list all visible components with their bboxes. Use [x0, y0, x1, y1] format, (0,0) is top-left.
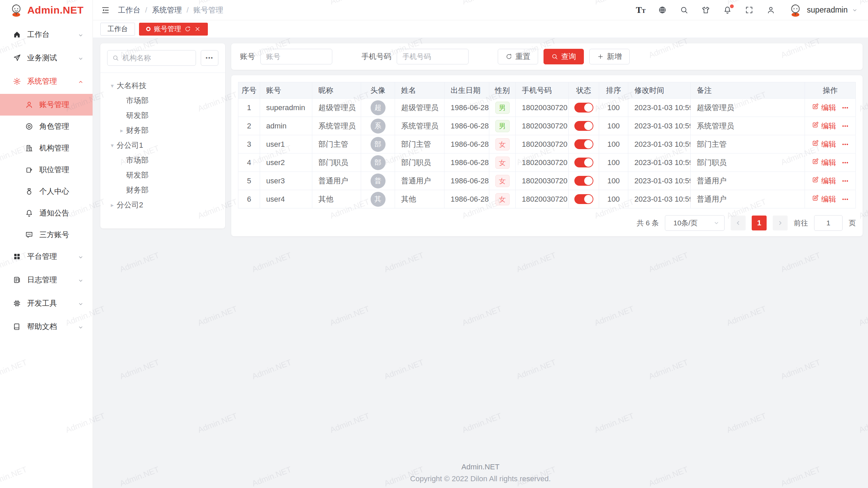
breadcrumb-item-系统管理[interactable]: 系统管理 — [152, 5, 182, 15]
row-more-button[interactable]: ••• — [842, 141, 849, 147]
phone-input[interactable] — [397, 49, 469, 64]
org-search-box — [107, 50, 196, 66]
column-header-出生日期: 出生日期 — [445, 82, 489, 99]
status-toggle[interactable] — [574, 103, 593, 113]
row-more-button[interactable]: ••• — [842, 105, 849, 110]
cpu-icon — [13, 299, 22, 308]
edit-button[interactable]: 编辑 — [812, 139, 836, 149]
gender-badge: 女 — [495, 157, 510, 169]
sidebar-item-系统管理[interactable]: 系统管理 — [0, 70, 93, 92]
logo[interactable]: Admin.NET — [0, 0, 93, 20]
sidebar-subitem-账号管理[interactable]: 账号管理 — [0, 94, 93, 116]
status-toggle[interactable] — [574, 158, 593, 167]
tab-账号管理[interactable]: 账号管理 — [139, 23, 208, 36]
sidebar-subitem-机构管理[interactable]: 机构管理 — [0, 137, 93, 159]
sidebar-subitem-职位管理[interactable]: 职位管理 — [0, 159, 93, 181]
chat-icon — [25, 230, 34, 239]
row-more-button[interactable]: ••• — [842, 196, 849, 202]
edit-button[interactable]: 编辑 — [812, 121, 836, 131]
status-toggle[interactable] — [574, 121, 593, 131]
avatar: 其 — [371, 192, 386, 207]
cell-modified: 2023-01-03 10:59:44 — [628, 154, 691, 172]
menu-fold-icon[interactable] — [101, 5, 111, 15]
reset-button[interactable]: 重置 — [498, 49, 538, 64]
column-header-状态: 状态 — [569, 82, 599, 99]
sidebar-item-label: 系统管理 — [27, 76, 78, 86]
status-toggle[interactable] — [574, 139, 593, 149]
status-toggle[interactable] — [574, 176, 593, 186]
page-size-select[interactable]: 10条/页 — [665, 215, 725, 231]
chevron-down-icon — [78, 55, 84, 61]
sidebar-item-开发工具[interactable]: 开发工具 — [0, 292, 93, 314]
sidebar-subitem-三方账号[interactable]: 三方账号 — [0, 224, 93, 246]
sidebar-item-label: 平台管理 — [27, 251, 78, 262]
org-search-input[interactable] — [122, 54, 191, 62]
edit-button[interactable]: 编辑 — [812, 194, 836, 204]
page-number-1[interactable]: 1 — [752, 216, 767, 230]
cell-actions: 编辑••• — [805, 154, 856, 172]
status-toggle[interactable] — [574, 194, 593, 204]
sidebar-item-工作台[interactable]: 工作台 — [0, 24, 93, 45]
prev-page-button[interactable] — [731, 216, 746, 230]
sidebar-subitem-个人中心[interactable]: 个人中心 — [0, 181, 93, 202]
row-more-button[interactable]: ••• — [842, 178, 849, 184]
tab-工作台[interactable]: 工作台 — [100, 23, 135, 36]
row-more-button[interactable]: ••• — [842, 123, 849, 129]
tree-node-大名科技[interactable]: ▾大名科技 — [100, 78, 225, 93]
tree-caret-icon[interactable]: ▸ — [117, 127, 126, 134]
cell-modified: 2023-01-03 10:59:44 — [628, 190, 691, 208]
footer: Admin.NET Copyright © 2022 Dilon All rig… — [93, 463, 868, 483]
sidebar-item-平台管理[interactable]: 平台管理 — [0, 246, 93, 267]
tree-caret-icon[interactable]: ▾ — [108, 142, 117, 149]
tree-node-市场部[interactable]: 市场部 — [100, 93, 225, 108]
pagination-total: 共 6 条 — [637, 218, 659, 228]
language-icon[interactable] — [658, 5, 667, 15]
fullscreen-icon[interactable] — [745, 5, 754, 15]
cell-name: 部门主管 — [395, 135, 445, 154]
cell-seq: 5 — [238, 172, 260, 190]
column-header-昵称: 昵称 — [312, 82, 361, 99]
sidebar-item-label: 帮助文档 — [27, 322, 78, 332]
row-more-button[interactable]: ••• — [842, 160, 849, 165]
tree-node-财务部[interactable]: 财务部 — [100, 183, 225, 198]
tree-node-市场部[interactable]: 市场部 — [100, 153, 225, 168]
account-input[interactable] — [260, 49, 332, 64]
tree-node-分公司2[interactable]: ▸分公司2 — [100, 198, 225, 212]
tree-node-研发部[interactable]: 研发部 — [100, 108, 225, 123]
tree-node-label: 分公司2 — [117, 200, 143, 210]
edit-button[interactable]: 编辑 — [812, 158, 836, 168]
tree-node-财务部[interactable]: ▸财务部 — [100, 123, 225, 138]
tab-refresh-icon[interactable] — [184, 26, 191, 32]
query-button[interactable]: 查询 — [544, 49, 584, 64]
sidebar: Admin.NET 工作台业务测试系统管理账号管理角色管理机构管理职位管理个人中… — [0, 0, 93, 488]
sidebar-item-业务测试[interactable]: 业务测试 — [0, 47, 93, 69]
breadcrumb-item-工作台[interactable]: 工作台 — [118, 5, 140, 15]
cell-order: 100 — [599, 172, 628, 190]
tab-close-icon[interactable] — [194, 26, 201, 32]
next-page-button[interactable] — [773, 216, 788, 230]
tree-node-研发部[interactable]: 研发部 — [100, 168, 225, 183]
search-icon[interactable] — [679, 5, 689, 15]
medal-icon — [25, 187, 34, 196]
user-menu[interactable]: superadmin — [788, 3, 858, 18]
org-more-button[interactable]: ••• — [201, 50, 218, 66]
tree-caret-icon[interactable]: ▾ — [108, 82, 117, 89]
chevron-down-icon — [78, 300, 84, 306]
sidebar-item-日志管理[interactable]: 日志管理 — [0, 269, 93, 291]
goto-page-input[interactable] — [814, 215, 843, 231]
sidebar-subitem-通知公告[interactable]: 通知公告 — [0, 202, 93, 224]
tree-caret-icon[interactable]: ▸ — [108, 202, 117, 209]
edit-button[interactable]: 编辑 — [812, 176, 836, 186]
font-size-icon[interactable]: TT — [636, 5, 646, 15]
sidebar-item-帮助文档[interactable]: 帮助文档 — [0, 316, 93, 338]
sidebar-subitem-角色管理[interactable]: 角色管理 — [0, 116, 93, 137]
theme-icon[interactable] — [701, 5, 711, 15]
cell-gender: 男 — [489, 99, 516, 117]
tree-node-分公司1[interactable]: ▾分公司1 — [100, 138, 225, 153]
edit-button[interactable]: 编辑 — [812, 103, 836, 113]
profile-icon[interactable] — [766, 5, 776, 15]
add-button[interactable]: 新增 — [589, 49, 630, 64]
column-header-账号: 账号 — [260, 82, 312, 99]
topbar-actions: TTsuperadmin — [636, 3, 858, 18]
notifications-icon[interactable] — [723, 5, 732, 15]
